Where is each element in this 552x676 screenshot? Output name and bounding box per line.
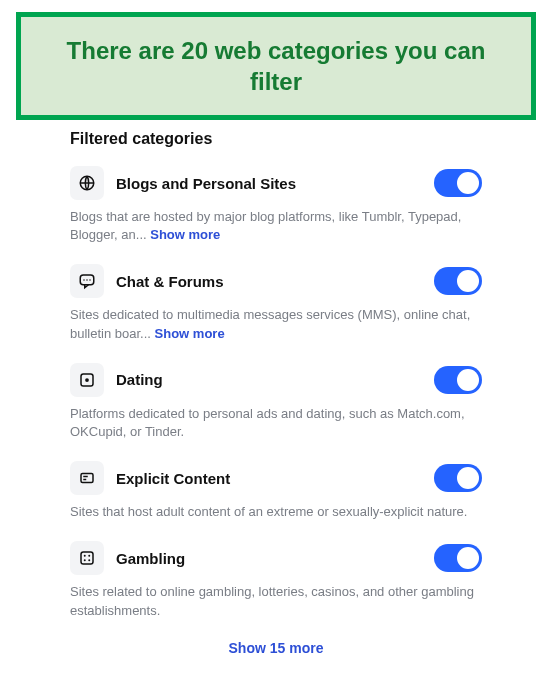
category-description: Sites that host adult content of an extr…: [70, 503, 482, 521]
gambling-icon: [70, 541, 104, 575]
category-item-chat: Chat & Forums Sites dedicated to multime…: [70, 264, 482, 342]
category-title: Chat & Forums: [116, 273, 422, 290]
explicit-icon: [70, 461, 104, 495]
svg-point-12: [84, 555, 86, 557]
category-header: Explicit Content: [70, 461, 482, 495]
description-text: Sites that host adult content of an extr…: [70, 504, 467, 519]
category-description: Sites related to online gambling, lotter…: [70, 583, 482, 619]
category-title: Dating: [116, 371, 422, 388]
svg-point-3: [83, 280, 85, 282]
category-description: Blogs that are hosted by major blog plat…: [70, 208, 482, 244]
section-title: Filtered categories: [70, 130, 482, 148]
toggle-explicit[interactable]: [434, 464, 482, 492]
svg-point-4: [86, 280, 88, 282]
svg-rect-8: [81, 474, 93, 483]
category-item-dating: Dating Platforms dedicated to personal a…: [70, 363, 482, 441]
description-text: Platforms dedicated to personal ads and …: [70, 406, 465, 439]
svg-point-15: [88, 560, 90, 562]
dating-icon: [70, 363, 104, 397]
toggle-dating[interactable]: [434, 366, 482, 394]
category-header: Dating: [70, 363, 482, 397]
category-title: Gambling: [116, 550, 422, 567]
category-header: Chat & Forums: [70, 264, 482, 298]
annotation-callout: There are 20 web categories you can filt…: [16, 12, 536, 120]
category-item-blogs: Blogs and Personal Sites Blogs that are …: [70, 166, 482, 244]
category-header: Gambling: [70, 541, 482, 575]
category-title: Explicit Content: [116, 470, 422, 487]
chat-icon: [70, 264, 104, 298]
svg-point-5: [89, 280, 91, 282]
category-item-gambling: Gambling Sites related to online gamblin…: [70, 541, 482, 619]
category-description: Sites dedicated to multimedia messages s…: [70, 306, 482, 342]
toggle-blogs[interactable]: [434, 169, 482, 197]
show-more-link[interactable]: Show more: [150, 227, 220, 242]
svg-point-14: [84, 560, 86, 562]
globe-icon: [70, 166, 104, 200]
description-text: Sites dedicated to multimedia messages s…: [70, 307, 470, 340]
category-header: Blogs and Personal Sites: [70, 166, 482, 200]
toggle-gambling[interactable]: [434, 544, 482, 572]
toggle-chat[interactable]: [434, 267, 482, 295]
svg-rect-11: [81, 552, 93, 564]
show-more-link[interactable]: Show more: [155, 326, 225, 341]
show-more-footer[interactable]: Show 15 more: [70, 640, 482, 656]
description-text: Blogs that are hosted by major blog plat…: [70, 209, 461, 242]
annotation-text: There are 20 web categories you can filt…: [41, 35, 511, 97]
category-title: Blogs and Personal Sites: [116, 175, 422, 192]
svg-point-7: [85, 378, 89, 382]
category-description: Platforms dedicated to personal ads and …: [70, 405, 482, 441]
filtered-categories-panel: Filtered categories Blogs and Personal S…: [70, 130, 482, 666]
category-item-explicit: Explicit Content Sites that host adult c…: [70, 461, 482, 521]
description-text: Sites related to online gambling, lotter…: [70, 584, 474, 617]
svg-point-13: [88, 555, 90, 557]
